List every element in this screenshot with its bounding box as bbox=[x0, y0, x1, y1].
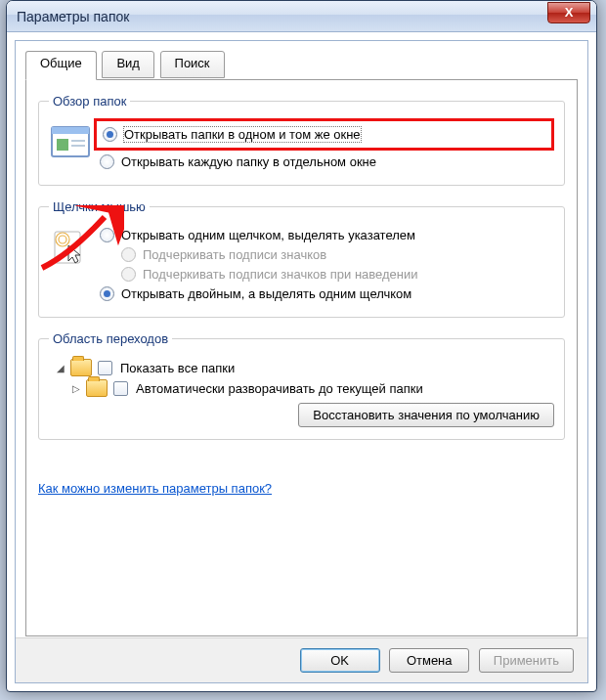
dialog-button-bar: OK Отмена Применить bbox=[16, 637, 587, 682]
dialog-window: Параметры папок X Общие Вид Поиск Обзор … bbox=[6, 0, 597, 692]
tab-strip: Общие Вид Поиск bbox=[25, 51, 587, 80]
svg-rect-3 bbox=[71, 140, 85, 142]
radio-label: Подчеркивать подписи значков при наведен… bbox=[143, 267, 418, 282]
nav-row-show-all: ◢ Показать все папки bbox=[55, 359, 554, 376]
ok-button[interactable]: OK bbox=[300, 648, 380, 673]
tab-page-general: Обзор папок Открывать папки в од bbox=[25, 79, 578, 636]
radio-icon bbox=[100, 286, 114, 301]
group-legend: Щелчки мышью bbox=[49, 199, 150, 214]
radio-label: Открывать двойным, а выделять одним щелч… bbox=[121, 286, 411, 301]
checkbox-label: Показать все папки bbox=[120, 361, 235, 375]
radio-label: Открывать каждую папку в отдельном окне bbox=[121, 154, 376, 169]
nav-row-auto-expand: ▷ Автоматически разворачивать до текущей… bbox=[70, 379, 554, 397]
annotation-highlight: Открывать папки в одном и том же окне bbox=[94, 118, 554, 151]
tab-search[interactable]: Поиск bbox=[160, 51, 225, 78]
radio-label: Открывать одним щелчком, выделять указат… bbox=[121, 228, 415, 242]
group-browse-folders: Обзор папок Открывать папки в од bbox=[38, 94, 565, 186]
apply-button[interactable]: Применить bbox=[479, 648, 574, 673]
radio-label: Подчеркивать подписи значков bbox=[143, 247, 326, 262]
radio-open-same-window[interactable]: Открывать папки в одном и том же окне bbox=[101, 126, 547, 143]
svg-rect-2 bbox=[57, 139, 68, 151]
radio-single-click[interactable]: Открывать одним щелчком, выделять указат… bbox=[98, 227, 554, 243]
radio-icon bbox=[100, 154, 114, 169]
close-button[interactable]: X bbox=[547, 2, 590, 23]
browse-folders-icon bbox=[49, 122, 92, 161]
radio-icon bbox=[100, 228, 114, 242]
radio-icon bbox=[121, 267, 136, 282]
cancel-button[interactable]: Отмена bbox=[389, 648, 469, 673]
close-icon: X bbox=[565, 5, 574, 20]
checkbox-label: Автоматически разворачивать до текущей п… bbox=[136, 381, 423, 396]
radio-underline-hover: Подчеркивать подписи значков при наведен… bbox=[119, 266, 554, 283]
radio-double-click[interactable]: Открывать двойным, а выделять одним щелч… bbox=[98, 285, 554, 302]
restore-defaults-button[interactable]: Восстановить значения по умолчанию bbox=[298, 403, 554, 427]
svg-rect-4 bbox=[71, 145, 85, 147]
folder-icon bbox=[70, 359, 92, 376]
titlebar[interactable]: Параметры папок X bbox=[7, 1, 596, 32]
tab-general[interactable]: Общие bbox=[25, 51, 97, 80]
tree-caret-expand-icon[interactable]: ▷ bbox=[70, 382, 82, 394]
group-navigation-pane: Область переходов ◢ Показать все папки ▷… bbox=[38, 331, 565, 440]
help-link[interactable]: Как можно изменить параметры папок? bbox=[38, 481, 272, 496]
radio-open-new-window[interactable]: Открывать каждую папку в отдельном окне bbox=[98, 153, 554, 170]
tree-caret-collapsed-icon[interactable]: ◢ bbox=[55, 362, 66, 373]
click-behavior-icon bbox=[49, 228, 92, 267]
window-title: Параметры папок bbox=[17, 9, 547, 24]
checkbox-show-all-folders[interactable] bbox=[98, 361, 112, 375]
group-legend: Область переходов bbox=[49, 331, 172, 346]
tab-view[interactable]: Вид bbox=[102, 51, 154, 78]
radio-icon bbox=[103, 127, 117, 142]
folder-icon bbox=[86, 379, 108, 397]
client-area: Общие Вид Поиск Обзор папок bbox=[15, 40, 588, 683]
svg-rect-1 bbox=[52, 127, 89, 134]
group-click-behavior: Щелчки мышью Открывать одним щелчком, вы… bbox=[38, 199, 565, 318]
group-legend: Обзор папок bbox=[49, 94, 130, 109]
radio-underline-always: Подчеркивать подписи значков bbox=[119, 246, 554, 263]
checkbox-auto-expand[interactable] bbox=[113, 381, 128, 396]
radio-label: Открывать папки в одном и том же окне bbox=[124, 127, 361, 142]
radio-icon bbox=[121, 247, 136, 262]
